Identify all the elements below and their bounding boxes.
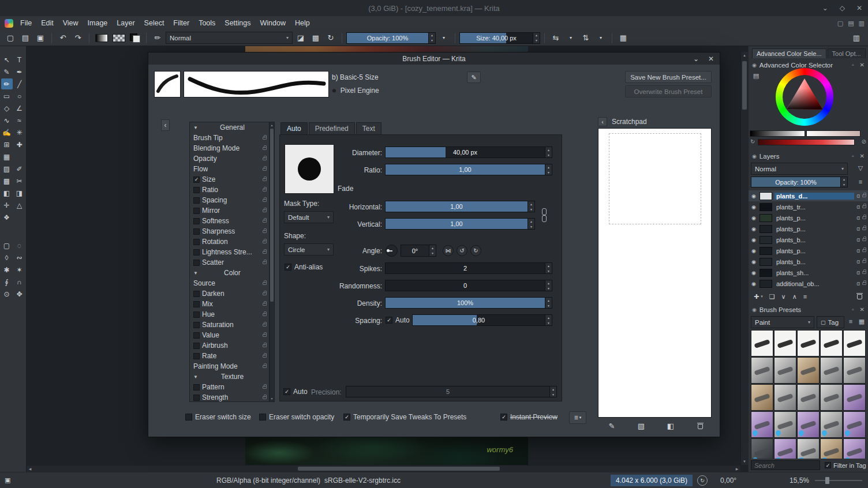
option-pattern[interactable]: Pattern bbox=[190, 382, 269, 392]
float-docker-icon[interactable]: ▫ bbox=[852, 62, 854, 68]
option-hue[interactable]: Hue bbox=[190, 309, 269, 320]
similar-color-select-tool[interactable]: ✱ bbox=[1, 264, 13, 275]
layer-filter-icon[interactable]: ▽ bbox=[855, 163, 866, 172]
layer-visibility-icon[interactable]: ◉ bbox=[750, 248, 757, 254]
calligraphy-tool[interactable]: ✒ bbox=[14, 66, 25, 77]
option-checkbox[interactable] bbox=[193, 291, 200, 297]
float-docker-icon[interactable]: ▫ bbox=[852, 306, 854, 313]
rectangular-select-tool[interactable]: ▢ bbox=[1, 240, 13, 251]
layer-visibility-icon[interactable]: ◉ bbox=[750, 237, 757, 243]
option-painting-mode[interactable]: Painting Mode bbox=[190, 361, 269, 371]
layer-lock-icon[interactable] bbox=[862, 238, 866, 241]
dialog-options-menu-button[interactable]: ≡ ▾ bbox=[569, 411, 586, 424]
color-history-strip[interactable] bbox=[758, 139, 855, 145]
clear-color-history-icon[interactable]: ⊘ bbox=[862, 138, 866, 145]
menu-select[interactable]: Select bbox=[140, 17, 169, 29]
scroll-down-icon[interactable]: ▼ bbox=[270, 396, 274, 401]
scratchpad-fill-background-icon[interactable]: ◧ bbox=[665, 421, 676, 431]
brush-size-slider[interactable]: Size: 40,00 px bbox=[459, 32, 540, 44]
freehand-brush-tool[interactable]: ✏ bbox=[1, 78, 13, 89]
layer-visibility-icon[interactable]: ◉ bbox=[750, 204, 757, 210]
select-shapes-tool[interactable]: ↖ bbox=[1, 54, 13, 65]
eraser-switch-size-checkbox[interactable]: Eraser switch size bbox=[185, 413, 251, 421]
brush-preset-thumbnail[interactable] bbox=[843, 357, 866, 384]
alpha-icon[interactable]: α bbox=[856, 280, 860, 287]
angle-input[interactable]: 0° bbox=[401, 245, 436, 257]
option-section-color[interactable]: ▼Color bbox=[190, 268, 269, 278]
layer-visibility-icon[interactable]: ◉ bbox=[750, 259, 757, 265]
move-layer-down-icon[interactable]: ∨ bbox=[781, 293, 786, 301]
option-section-texture[interactable]: ▼Texture bbox=[190, 371, 269, 382]
brush-preset-thumbnail[interactable] bbox=[774, 384, 796, 411]
rename-preset-button[interactable]: ✎ bbox=[467, 72, 481, 83]
reload-preset-icon[interactable]: ↻ bbox=[324, 32, 338, 44]
layer-options-icon[interactable]: ≡ bbox=[855, 177, 866, 186]
layer-row[interactable]: ◉plants_p...α bbox=[749, 212, 868, 223]
spin-up-icon[interactable] bbox=[545, 164, 552, 170]
angle-dial[interactable] bbox=[386, 245, 398, 257]
menu-edit[interactable]: Edit bbox=[36, 17, 58, 29]
option-checkbox[interactable] bbox=[193, 218, 200, 224]
option-checkbox[interactable] bbox=[193, 228, 200, 235]
assistants-tool[interactable]: ✛ bbox=[1, 200, 13, 211]
close-docker-icon[interactable]: ✕ bbox=[860, 153, 865, 159]
spikes-slider[interactable]: 2 bbox=[385, 262, 552, 274]
brush-preset-thumbnail[interactable] bbox=[774, 357, 796, 384]
option-checkbox[interactable] bbox=[193, 260, 200, 266]
spacing-slider[interactable]: 0,80 bbox=[412, 314, 552, 326]
dynamic-brush-tool[interactable]: ✍ bbox=[1, 127, 13, 138]
preset-tag-filter-select[interactable]: Paint ▾ bbox=[751, 316, 814, 328]
menu-tools[interactable]: Tools bbox=[194, 17, 220, 29]
collapse-options-button[interactable]: ‹ bbox=[161, 119, 170, 131]
tab-text[interactable]: Text bbox=[356, 122, 381, 134]
spin-down-icon[interactable] bbox=[533, 38, 540, 43]
tint-shade-strip[interactable] bbox=[806, 130, 860, 137]
scratchpad-canvas[interactable] bbox=[598, 128, 712, 418]
option-source[interactable]: Source bbox=[190, 278, 269, 288]
spin-down-icon[interactable] bbox=[545, 152, 552, 157]
option-checkbox[interactable] bbox=[193, 249, 200, 256]
pattern-edit-tool[interactable]: ▩ bbox=[1, 175, 13, 186]
brush-preset-thumbnail[interactable] bbox=[820, 357, 843, 384]
rectangle-tool[interactable]: ▭ bbox=[1, 91, 13, 102]
scroll-up-icon[interactable]: ▲ bbox=[741, 52, 748, 59]
elliptical-select-tool[interactable]: ◌ bbox=[14, 240, 25, 251]
color-wheel[interactable] bbox=[776, 68, 833, 126]
brush-preset-thumbnail[interactable] bbox=[797, 411, 820, 438]
layer-visibility-icon[interactable]: ◉ bbox=[750, 226, 757, 232]
vertical-scrollbar[interactable]: ▲ ▼ bbox=[740, 52, 748, 465]
option-checkbox[interactable] bbox=[193, 187, 200, 193]
layer-lock-icon[interactable] bbox=[862, 249, 866, 252]
option-strength[interactable]: Strength bbox=[190, 392, 269, 402]
gradient-tool[interactable]: ▨ bbox=[1, 163, 13, 174]
zoom-slider[interactable] bbox=[815, 480, 862, 481]
rotate-clockwise-icon[interactable]: ↻ bbox=[470, 245, 481, 256]
multibrush-tool[interactable]: ✳ bbox=[14, 127, 25, 138]
layer-row[interactable]: ◉plants_p...α bbox=[749, 245, 868, 256]
blending-mode-select[interactable]: Normal ▾ bbox=[166, 32, 293, 44]
scroll-up-icon[interactable]: ▲ bbox=[270, 122, 274, 128]
edit-brush-settings-icon[interactable]: ✏ bbox=[151, 32, 164, 44]
smart-patch-tool[interactable]: ✂ bbox=[14, 175, 25, 186]
menu-file[interactable]: File bbox=[16, 17, 36, 29]
option-checkbox[interactable] bbox=[193, 332, 200, 339]
docker-toggle-icon[interactable]: ▥ bbox=[859, 20, 865, 27]
save-new-brush-preset-button[interactable]: Save New Brush Preset... bbox=[625, 71, 712, 83]
docker-toggle-icon[interactable]: ▢ bbox=[837, 20, 843, 27]
tab-auto[interactable]: Auto bbox=[280, 122, 308, 134]
fade-horizontal-slider[interactable]: 1,00 bbox=[385, 201, 535, 212]
options-scroll-handle[interactable] bbox=[270, 129, 274, 302]
fill-tool[interactable]: ◧ bbox=[1, 187, 13, 198]
transform-tool[interactable]: ⊞ bbox=[1, 139, 13, 150]
menu-layer[interactable]: Layer bbox=[112, 17, 139, 29]
brush-preset-thumbnail[interactable] bbox=[820, 330, 843, 356]
option-mix[interactable]: Mix bbox=[190, 299, 269, 309]
brush-preset-thumbnail[interactable] bbox=[774, 438, 796, 459]
gradient-chooser[interactable] bbox=[95, 34, 108, 42]
zoom-slider-handle[interactable] bbox=[825, 477, 829, 484]
preset-search-input[interactable] bbox=[751, 460, 820, 470]
move-layer-up-icon[interactable]: ∧ bbox=[792, 293, 797, 301]
layer-visibility-icon[interactable]: ◉ bbox=[750, 270, 757, 276]
spin-down-icon[interactable] bbox=[550, 392, 556, 397]
preserve-alpha-icon[interactable]: ▩ bbox=[309, 32, 323, 44]
